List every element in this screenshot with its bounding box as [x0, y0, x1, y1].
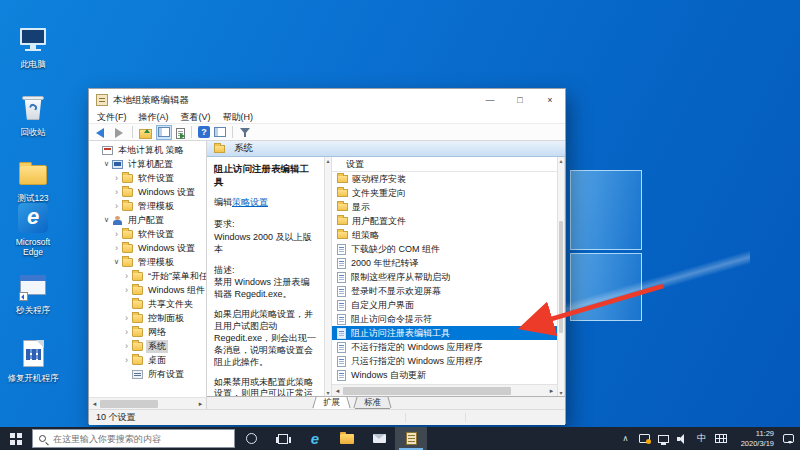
search-input[interactable]	[51, 433, 228, 445]
list-item-12[interactable]: 不运行指定的 Windows 应用程序	[332, 340, 557, 354]
volume-button[interactable]	[673, 427, 692, 450]
expander-icon[interactable]: ›	[122, 286, 131, 295]
tree-item-12[interactable]: ›控制面板	[89, 311, 206, 325]
list-vscrollbar[interactable]: ▴ ▾	[557, 157, 565, 396]
tab-standard[interactable]: 标准	[355, 397, 390, 409]
tree-item-9[interactable]: ›“开始”菜单和任务栏	[89, 269, 206, 283]
desktop-icon-recycle-bin[interactable]: 回收站	[4, 92, 62, 137]
menu-item-file[interactable]: 文件(F)	[97, 111, 127, 124]
expander-icon[interactable]: ›	[112, 188, 121, 197]
scroll-right-icon[interactable]: ▸	[195, 400, 206, 408]
scroll-down-icon[interactable]: ▾	[326, 389, 329, 396]
touch-keyboard-button[interactable]	[711, 427, 730, 450]
title-bar[interactable]: 本地组策略编辑器 —□×	[89, 89, 565, 111]
desktop-icon-app-window[interactable]: 秒关程序	[4, 270, 62, 315]
file-explorer-button[interactable]	[331, 427, 363, 450]
help-icon[interactable]: ?	[198, 126, 210, 138]
list-hscrollbar[interactable]: ◂ ▸	[332, 384, 557, 396]
minimize-button[interactable]: —	[475, 89, 505, 111]
tray-expand-button[interactable]: ∧	[616, 427, 635, 450]
expander-icon[interactable]: ›	[112, 244, 121, 253]
list-vscroll-thumb[interactable]	[559, 221, 563, 333]
list-item-0[interactable]: 驱动程序安装	[332, 172, 557, 186]
expander-icon[interactable]: ›	[122, 342, 131, 351]
start-button[interactable]	[0, 427, 32, 450]
settings-column-header[interactable]: 设置	[332, 157, 557, 172]
list-item-7[interactable]: 限制这些程序从帮助启动	[332, 270, 557, 284]
description-vscrollbar[interactable]: ▴ ▾	[324, 157, 332, 396]
close-button[interactable]: ×	[535, 89, 565, 111]
desktop-icon-reg-file[interactable]: 修复开机程序	[4, 338, 62, 383]
tree-item-7[interactable]: ›Windows 设置	[89, 241, 206, 255]
filter-icon[interactable]	[239, 126, 251, 139]
menu-item-action[interactable]: 操作(A)	[139, 111, 169, 124]
scroll-left-icon[interactable]: ◂	[89, 400, 100, 408]
notification-center-button[interactable]	[776, 427, 800, 450]
desktop-icon-this-pc[interactable]: 此电脑	[4, 24, 62, 69]
expander-icon[interactable]: ›	[112, 230, 121, 239]
desktop-icon-edge[interactable]: eMicrosoft Edge	[4, 202, 62, 257]
show-console-tree-icon[interactable]	[156, 125, 172, 140]
action-badge-button[interactable]	[635, 427, 654, 450]
expander-icon[interactable]: ∨	[112, 258, 121, 266]
network-button[interactable]	[654, 427, 673, 450]
scroll-right-icon[interactable]: ▸	[546, 387, 557, 395]
maximize-button[interactable]: □	[505, 89, 535, 111]
taskbar-search[interactable]	[32, 429, 235, 448]
tree-item-2[interactable]: ›软件设置	[89, 171, 206, 185]
tree-item-13[interactable]: ›网络	[89, 325, 206, 339]
tree-item-6[interactable]: ›软件设置	[89, 227, 206, 241]
show-action-pane-icon[interactable]	[214, 127, 226, 137]
tree-item-8[interactable]: ∨管理模板	[89, 255, 206, 269]
tree-item-14[interactable]: ›系统	[89, 339, 206, 353]
list-item-2[interactable]: 显示	[332, 200, 557, 214]
tree-item-4[interactable]: ›管理模板	[89, 199, 206, 213]
menu-item-help[interactable]: 帮助(H)	[223, 111, 254, 124]
list-item-8[interactable]: 登录时不显示欢迎屏幕	[332, 284, 557, 298]
expander-icon[interactable]: ›	[122, 328, 131, 337]
up-one-level-icon[interactable]	[139, 126, 152, 139]
back-icon[interactable]	[94, 126, 108, 139]
tab-extended[interactable]: 扩展	[314, 397, 349, 409]
tree-item-15[interactable]: ›桌面	[89, 353, 206, 367]
edit-policy-link[interactable]: 策略设置	[232, 197, 268, 207]
list-item-14[interactable]: Windows 自动更新	[332, 368, 557, 382]
task-view-button[interactable]	[267, 427, 299, 450]
mail-button[interactable]	[363, 427, 395, 450]
gpedit-taskbar-button[interactable]	[395, 427, 427, 450]
list-item-11[interactable]: 阻止访问注册表编辑工具	[332, 326, 557, 340]
list-item-13[interactable]: 只运行指定的 Windows 应用程序	[332, 354, 557, 368]
list-item-6[interactable]: 2000 年世纪转译	[332, 256, 557, 270]
list-item-9[interactable]: 自定义用户界面	[332, 298, 557, 312]
tree-item-11[interactable]: 共享文件夹	[89, 297, 206, 311]
edge-taskbar-button[interactable]: e	[299, 427, 331, 450]
expander-icon[interactable]: ∨	[102, 216, 111, 224]
menu-item-view[interactable]: 查看(V)	[181, 111, 211, 124]
expander-icon[interactable]: ∨	[102, 160, 111, 168]
expander-icon[interactable]: ›	[112, 202, 121, 211]
list-item-1[interactable]: 文件夹重定向	[332, 186, 557, 200]
scroll-left-icon[interactable]: ◂	[332, 387, 343, 395]
tree-item-0[interactable]: 本地计算机 策略	[89, 143, 206, 157]
expander-icon[interactable]: ›	[122, 314, 131, 323]
taskbar-clock[interactable]: 11:29 2020/3/19	[730, 429, 776, 448]
expander-icon[interactable]: ›	[112, 174, 121, 183]
tree-item-5[interactable]: ∨用户配置	[89, 213, 206, 227]
list-item-3[interactable]: 用户配置文件	[332, 214, 557, 228]
tree-item-16[interactable]: 所有设置	[89, 367, 206, 381]
cortana-button[interactable]	[235, 427, 267, 450]
desktop-icon-folder[interactable]: 测试123	[4, 158, 62, 203]
tree-hscroll-thumb[interactable]	[100, 400, 158, 408]
ime-indicator[interactable]: 中	[692, 427, 711, 450]
list-item-5[interactable]: 下载缺少的 COM 组件	[332, 242, 557, 256]
tree-hscrollbar[interactable]: ◂ ▸	[89, 397, 206, 409]
expander-icon[interactable]: ›	[122, 272, 131, 281]
scroll-up-icon[interactable]: ▴	[559, 157, 562, 164]
tree-item-1[interactable]: ∨计算机配置	[89, 157, 206, 171]
list-item-4[interactable]: 组策略	[332, 228, 557, 242]
export-list-icon[interactable]	[176, 128, 185, 139]
forward-icon[interactable]	[112, 126, 126, 139]
list-item-10[interactable]: 阻止访问命令提示符	[332, 312, 557, 326]
list-hscroll-thumb[interactable]	[343, 387, 511, 395]
scroll-down-icon[interactable]: ▾	[559, 389, 562, 396]
